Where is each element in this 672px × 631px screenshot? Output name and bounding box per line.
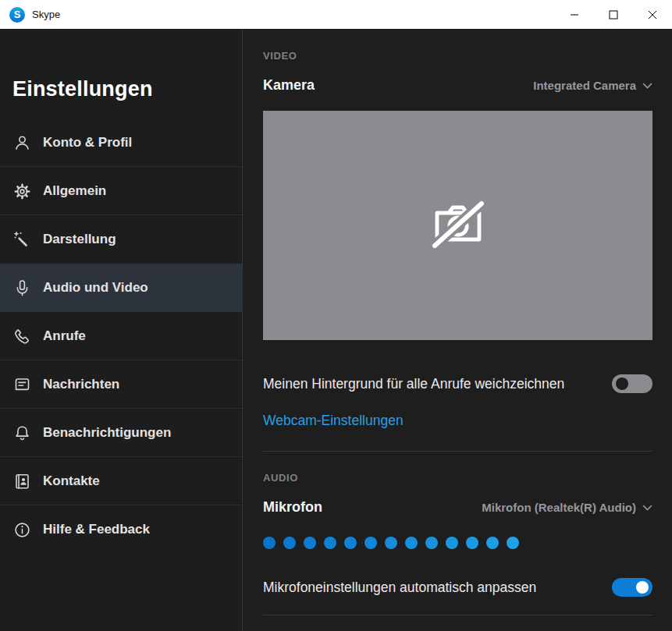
microphone-label: Mikrofon: [263, 499, 322, 516]
sidebar-item-label: Audio und Video: [43, 280, 148, 296]
sidebar-item-message[interactable]: Nachrichten: [0, 360, 242, 409]
microphone-device-select[interactable]: Mikrofon (Realtek(R) Audio): [482, 501, 652, 514]
auto-adjust-row: Mikrofoneinstellungen automatisch anpass…: [263, 578, 652, 597]
sidebar-item-label: Konto & Profil: [43, 135, 132, 151]
mic-level-dot: [364, 537, 377, 549]
microphone-device-row: Mikrofon Mikrofon (Realtek(R) Audio): [263, 499, 652, 516]
blur-background-row: Meinen Hintergrund für alle Anrufe weich…: [263, 374, 652, 393]
section-divider: [263, 615, 652, 615]
chevron-down-icon: [642, 505, 652, 511]
maximize-icon: [609, 10, 618, 19]
gear-icon: [12, 182, 32, 201]
blur-background-label: Meinen Hintergrund für alle Anrufe weich…: [263, 376, 564, 392]
skype-logo-icon: S: [9, 7, 25, 23]
mic-level-dot: [405, 537, 418, 549]
maximize-button[interactable]: [594, 0, 633, 29]
settings-sidebar: Einstellungen Konto & ProfilAllgemeinDar…: [0, 29, 243, 631]
info-icon: [12, 520, 32, 540]
auto-adjust-toggle[interactable]: [612, 578, 652, 597]
close-button[interactable]: [633, 0, 672, 29]
sidebar-item-label: Nachrichten: [43, 377, 119, 392]
bell-icon: [12, 424, 32, 443]
mic-level-dot: [283, 537, 296, 549]
sidebar-item-contact-card[interactable]: Kontakte: [0, 457, 242, 505]
mic-level-dot: [263, 537, 276, 549]
sidebar-item-label: Benachrichtigungen: [43, 425, 171, 441]
sidebar-item-bell[interactable]: Benachrichtigungen: [0, 409, 242, 457]
page-title: Einstellungen: [0, 77, 242, 101]
sidebar-item-microphone[interactable]: Audio und Video: [0, 264, 242, 312]
mic-level-dot: [304, 537, 316, 549]
window-controls: [555, 0, 672, 29]
person-icon: [12, 133, 32, 153]
toggle-knob: [636, 581, 649, 594]
mic-level-dot: [507, 537, 519, 549]
audio-section-header: AUDIO: [263, 472, 652, 484]
sidebar-item-gear[interactable]: Allgemein: [0, 167, 242, 215]
minimize-button[interactable]: [555, 0, 594, 29]
titlebar: S Skype: [0, 0, 672, 29]
video-section-header: VIDEO: [263, 50, 652, 62]
camera-device-value: Integrated Camera: [533, 79, 636, 92]
sidebar-item-person[interactable]: Konto & Profil: [0, 119, 242, 167]
toggle-knob: [616, 378, 628, 390]
settings-nav: Konto & ProfilAllgemeinDarstellungAudio …: [0, 119, 242, 554]
mic-level-indicator: [263, 537, 652, 549]
mic-level-dot: [466, 537, 478, 549]
section-divider: [263, 451, 652, 452]
sidebar-item-label: Kontakte: [43, 473, 100, 489]
blur-background-toggle[interactable]: [612, 374, 652, 393]
camera-device-row: Kamera Integrated Camera: [263, 77, 652, 94]
chevron-down-icon: [642, 83, 652, 89]
sidebar-item-label: Allgemein: [43, 183, 106, 199]
phone-icon: [12, 327, 32, 346]
camera-device-select[interactable]: Integrated Camera: [533, 79, 652, 92]
mic-level-dot: [344, 537, 357, 549]
window-title: Skype: [32, 9, 60, 20]
sidebar-item-info[interactable]: Hilfe & Feedback: [0, 505, 242, 554]
sidebar-item-label: Anrufe: [43, 328, 86, 344]
mic-level-dot: [486, 537, 499, 549]
mic-level-dot: [446, 537, 458, 549]
microphone-device-value: Mikrofon (Realtek(R) Audio): [482, 501, 636, 514]
sidebar-item-phone[interactable]: Anrufe: [0, 312, 242, 360]
close-icon: [648, 10, 657, 19]
message-icon: [12, 375, 32, 395]
minimize-icon: [570, 10, 579, 19]
mic-level-dot: [385, 537, 397, 549]
sidebar-item-label: Darstellung: [43, 232, 116, 247]
mic-level-dot: [425, 537, 438, 549]
camera-preview: [263, 111, 652, 340]
auto-adjust-label: Mikrofoneinstellungen automatisch anpass…: [263, 580, 536, 596]
settings-content: VIDEO Kamera Integrated Camera: [243, 29, 672, 631]
webcam-settings-link[interactable]: Webcam-Einstellungen: [263, 413, 404, 429]
contact-card-icon: [12, 472, 32, 491]
camera-label: Kamera: [263, 77, 315, 94]
wand-icon: [12, 230, 32, 250]
sidebar-item-wand[interactable]: Darstellung: [0, 215, 242, 264]
microphone-icon: [12, 278, 32, 298]
mic-level-dot: [324, 537, 336, 549]
sidebar-item-label: Hilfe & Feedback: [43, 522, 150, 537]
camera-off-icon: [427, 198, 489, 253]
